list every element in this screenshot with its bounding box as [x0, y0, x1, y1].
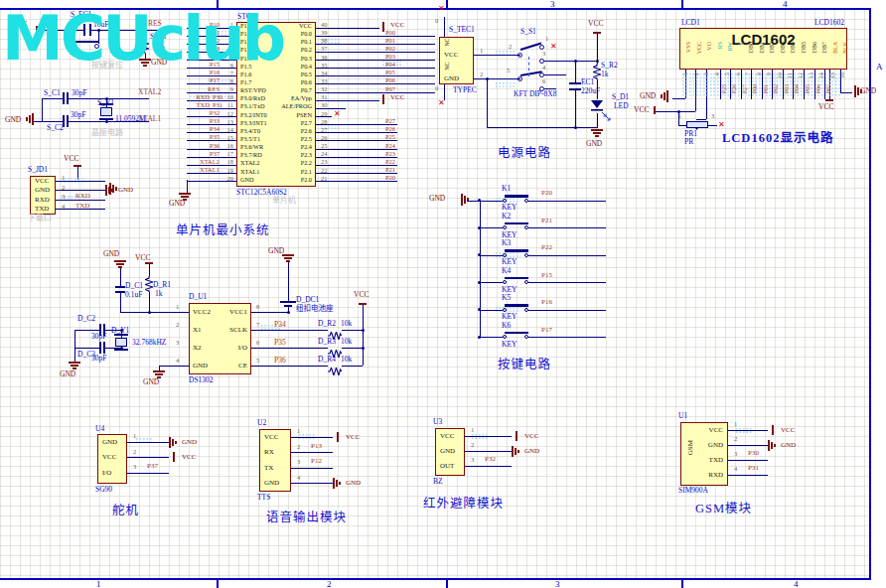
designator[interactable]: S_C1: [44, 89, 61, 97]
net-label[interactable]: P03: [385, 53, 395, 60]
designator[interactable]: S_Y1: [97, 99, 114, 107]
key-switch[interactable]: [505, 195, 528, 198]
value-label[interactable]: 10k: [341, 338, 352, 346]
wire[interactable]: [728, 445, 768, 446]
wire[interactable]: [474, 55, 520, 56]
wire[interactable]: [120, 293, 121, 312]
wire[interactable]: [251, 330, 328, 331]
part-number[interactable]: LCD1602: [814, 19, 844, 27]
designator[interactable]: D_R1: [153, 281, 171, 289]
wire[interactable]: [528, 282, 606, 283]
net-label[interactable]: P35: [274, 339, 286, 347]
net-label[interactable]: RXD: [75, 192, 90, 200]
net-label[interactable]: P22: [541, 243, 552, 251]
net-label[interactable]: P37: [210, 150, 220, 157]
power-net-label[interactable]: VCC: [390, 93, 404, 101]
wire[interactable]: [465, 436, 512, 437]
gnd-symbol[interactable]: [26, 113, 34, 125]
caption[interactable]: 按键电路: [498, 359, 551, 371]
net-label[interactable]: P02: [385, 45, 395, 52]
ghost-note[interactable]: 晶振电路: [91, 129, 123, 137]
wire[interactable]: [42, 98, 63, 99]
wire[interactable]: [528, 310, 606, 311]
gnd-symbol[interactable]: [661, 90, 668, 102]
designator[interactable]: EC1: [581, 78, 594, 86]
value-label[interactable]: 32.768kHZ: [132, 339, 166, 347]
net-label[interactable]: P26: [385, 125, 395, 132]
part-number[interactable]: 纽扣电池座: [296, 305, 334, 313]
key-switch[interactable]: [505, 304, 528, 307]
net-label[interactable]: P34: [210, 125, 220, 132]
designator[interactable]: D_C1: [125, 282, 143, 290]
wire[interactable]: [480, 227, 503, 228]
net-label[interactable]: P20: [385, 174, 395, 181]
value-label[interactable]: 30pF: [71, 111, 85, 119]
value-label[interactable]: 30pF: [91, 333, 106, 341]
net-label[interactable]: P17: [541, 326, 552, 334]
net-label[interactable]: P37: [147, 462, 158, 470]
caption[interactable]: LCD1602显示电路: [722, 132, 833, 145]
gnd-symbol[interactable]: [282, 254, 294, 262]
net-label[interactable]: P32: [210, 109, 220, 116]
net-label[interactable]: P01: [385, 37, 395, 44]
key-switch[interactable]: [505, 332, 528, 335]
wire[interactable]: [656, 111, 695, 112]
wire[interactable]: [487, 78, 488, 127]
power-net-label[interactable]: GND: [103, 250, 119, 258]
ghost-note[interactable]: 单片机: [272, 197, 296, 205]
net-label[interactable]: P15: [541, 271, 552, 279]
wire[interactable]: [480, 255, 503, 256]
designator[interactable]: K5: [502, 293, 511, 302]
wire[interactable]: [316, 92, 435, 93]
part-number[interactable]: BZ: [433, 478, 443, 486]
wire[interactable]: [708, 125, 717, 126]
wire[interactable]: [444, 84, 445, 100]
symbol-bar[interactable]: [67, 115, 69, 127]
key-label[interactable]: KEY: [502, 340, 517, 349]
wire[interactable]: [528, 255, 606, 256]
power-net-label[interactable]: GND: [268, 247, 284, 255]
caption[interactable]: 单片机最小系统: [176, 224, 270, 237]
caption[interactable]: 红外避障模块: [423, 498, 504, 511]
wire[interactable]: [728, 475, 768, 476]
wire[interactable]: [678, 125, 686, 126]
gnd-symbol[interactable]: [591, 129, 603, 137]
part-number[interactable]: SG90: [95, 486, 112, 494]
wire[interactable]: [474, 78, 520, 79]
wire[interactable]: [291, 468, 333, 469]
wire[interactable]: [316, 83, 435, 84]
wire[interactable]: [127, 473, 169, 474]
power-bar[interactable]: [359, 303, 367, 305]
net-label[interactable]: P36: [210, 142, 220, 149]
net-label[interactable]: P23: [385, 150, 395, 157]
designator[interactable]: U2: [257, 419, 266, 427]
value-label[interactable]: 30pF: [72, 89, 86, 97]
net-label[interactable]: P04: [385, 61, 395, 68]
net-label[interactable]: P31: [748, 464, 759, 472]
wire[interactable]: [728, 460, 768, 461]
power-bar[interactable]: [654, 106, 656, 114]
value-label[interactable]: 10k: [341, 320, 352, 328]
gnd-symbol[interactable]: [114, 260, 126, 268]
net-label[interactable]: P21: [541, 217, 552, 224]
wire[interactable]: [74, 348, 99, 349]
wire[interactable]: [528, 201, 606, 202]
wire[interactable]: [363, 305, 364, 366]
net-label[interactable]: P32: [485, 455, 496, 463]
part-number[interactable]: SIM900A: [678, 487, 708, 495]
net-label[interactable]: P36: [274, 357, 286, 365]
power-net-label[interactable]: GND: [169, 200, 185, 208]
resistor-symbol[interactable]: [145, 276, 153, 292]
wire[interactable]: [159, 366, 189, 367]
wire[interactable]: [480, 201, 503, 202]
net-label[interactable]: RXD: [196, 93, 210, 100]
symbol-bar[interactable]: [63, 92, 65, 104]
net-label[interactable]: P34: [274, 321, 286, 329]
power-net-label[interactable]: VCC: [354, 291, 369, 299]
wire[interactable]: [251, 348, 328, 349]
designator[interactable]: K4: [502, 266, 511, 275]
key-switch[interactable]: [505, 277, 528, 280]
power-net-label[interactable]: GND: [429, 195, 445, 203]
switch-terminal[interactable]: [503, 225, 507, 229]
net-label[interactable]: GND: [781, 441, 796, 449]
